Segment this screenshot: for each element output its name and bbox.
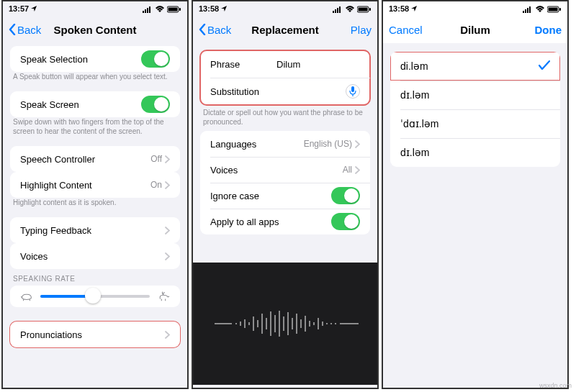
svg-rect-5 (168, 8, 178, 12)
navbar: Back Spoken Content (3, 16, 187, 43)
navbar: Cancel Dilum Done (383, 16, 567, 43)
battery-icon (167, 6, 181, 13)
option-2[interactable]: ˈdɑɪ.ləm (390, 109, 560, 138)
row-speech-controller[interactable]: Speech Controller Off (10, 146, 180, 172)
row-highlight-content[interactable]: Highlight Content On (10, 172, 180, 198)
chevron-right-icon (165, 252, 170, 260)
svg-rect-6 (179, 8, 181, 11)
svg-rect-3 (149, 6, 150, 13)
chevron-right-icon (165, 227, 170, 234)
status-time: 13:58 (389, 4, 417, 13)
toggle-speak-selection[interactable] (141, 50, 170, 68)
wifi-icon (345, 6, 355, 13)
page-title: Dilum (425, 24, 526, 36)
row-voices[interactable]: Voices (10, 243, 180, 269)
svg-rect-13 (369, 8, 371, 11)
check-icon (539, 60, 550, 73)
chevron-right-icon (355, 166, 360, 174)
cancel-button[interactable]: Cancel (389, 24, 425, 36)
phone-spoken-content: 13:57 Back Spoken Content Speak Selectio… (1, 0, 189, 389)
row-languages[interactable]: Languages English (US) (200, 131, 370, 157)
waveform-icon (193, 309, 377, 338)
back-button[interactable]: Back (9, 24, 45, 36)
page-title: Spoken Content (45, 24, 145, 36)
svg-rect-42 (525, 9, 526, 13)
field-substitution[interactable]: Substitution (200, 78, 370, 105)
row-pronunciations[interactable]: Pronunciations (10, 322, 180, 347)
row-ignore-case[interactable]: Ignore case (200, 183, 370, 209)
battery-icon (357, 6, 372, 13)
svg-rect-12 (359, 8, 368, 12)
mic-icon (349, 86, 356, 96)
row-apply-all[interactable]: Apply to all apps (200, 209, 370, 234)
watermark: wsxdn.com (539, 382, 572, 389)
svg-rect-1 (145, 9, 146, 13)
dictation-waveform (193, 263, 377, 385)
status-indicators (143, 4, 181, 13)
status-bar: 13:57 (3, 1, 187, 16)
phone-replacement: 13:58 Back Replacement Play Phrase Dilum… (192, 0, 379, 389)
status-indicators (333, 4, 372, 13)
row-typing-feedback[interactable]: Typing Feedback (10, 217, 180, 243)
row-speak-selection[interactable]: Speak Selection (10, 46, 180, 72)
hint-substitution: Dictate or spell out how you want the ph… (193, 108, 377, 131)
chevron-left-icon (9, 24, 16, 35)
row-speaking-rate (10, 286, 180, 307)
chevron-right-icon (165, 181, 170, 189)
play-button[interactable]: Play (336, 24, 372, 36)
svg-rect-7 (333, 11, 334, 13)
signal-icon (523, 6, 533, 13)
field-phrase[interactable]: Phrase Dilum (200, 50, 370, 78)
chevron-left-icon (199, 24, 206, 35)
status-time: 13:58 (199, 4, 227, 13)
option-1[interactable]: dɪ.ləm (390, 81, 560, 109)
hint-speak-selection: A Speak button will appear when you sele… (3, 72, 187, 86)
back-button[interactable]: Back (199, 24, 235, 36)
svg-rect-2 (147, 8, 148, 13)
mic-button[interactable] (346, 84, 360, 99)
svg-rect-8 (335, 9, 336, 13)
svg-rect-9 (337, 8, 338, 13)
chevron-right-icon (165, 331, 170, 339)
svg-rect-46 (549, 8, 558, 12)
location-icon (411, 6, 417, 12)
svg-rect-43 (527, 8, 528, 13)
svg-rect-44 (529, 6, 531, 13)
navbar: Back Replacement Play (193, 16, 377, 43)
svg-rect-47 (559, 8, 561, 11)
toggle-apply-all[interactable] (331, 213, 360, 230)
status-time: 13:57 (9, 4, 37, 13)
option-0[interactable]: di.ləm (390, 52, 560, 81)
done-button[interactable]: Done (526, 24, 562, 36)
wifi-icon (155, 6, 165, 13)
row-voices-replacement[interactable]: Voices All (200, 157, 370, 183)
hint-highlight-content: Highlight content as it is spoken. (3, 198, 187, 211)
wifi-icon (535, 6, 545, 13)
hare-icon (157, 291, 170, 301)
slider-speaking-rate[interactable] (40, 295, 150, 298)
page-title: Replacement (235, 24, 336, 36)
toggle-speak-screen[interactable] (141, 96, 170, 113)
svg-rect-0 (143, 11, 144, 13)
svg-rect-41 (523, 11, 524, 13)
hint-speak-screen: Swipe down with two fingers from the top… (3, 117, 187, 140)
location-icon (221, 6, 227, 12)
status-bar: 13:58 (193, 1, 377, 16)
signal-icon (143, 6, 153, 13)
location-icon (31, 6, 37, 12)
option-3[interactable]: dɪ.ləm (390, 138, 560, 167)
chevron-right-icon (355, 140, 360, 148)
tortoise-icon (20, 291, 33, 301)
battery-icon (547, 6, 562, 13)
signal-icon (333, 6, 343, 13)
chevron-right-icon (165, 155, 170, 163)
svg-rect-10 (339, 6, 341, 13)
svg-rect-14 (351, 86, 354, 92)
status-bar: 13:58 (383, 1, 567, 16)
phone-pronunciation-options: 13:58 Cancel Dilum Done di.ləm dɪ.ləm ˈd… (382, 0, 569, 389)
row-speak-screen[interactable]: Speak Screen (10, 91, 180, 117)
toggle-ignore-case[interactable] (331, 187, 360, 204)
section-speaking-rate: SPEAKING RATE (3, 269, 187, 286)
status-indicators (523, 4, 562, 13)
